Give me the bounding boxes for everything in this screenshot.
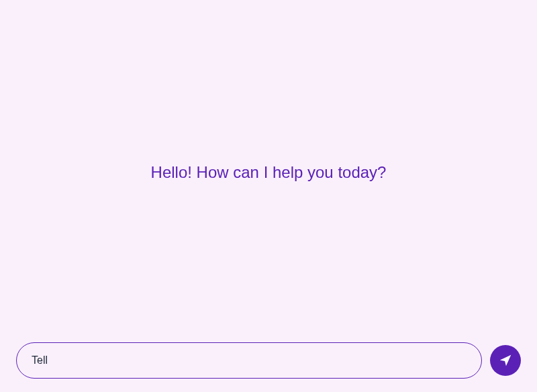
input-bar [16,342,521,379]
greeting-message: Hello! How can I help you today? [0,163,537,182]
message-input[interactable] [16,342,482,379]
send-button[interactable] [490,345,521,376]
send-icon [498,353,513,368]
